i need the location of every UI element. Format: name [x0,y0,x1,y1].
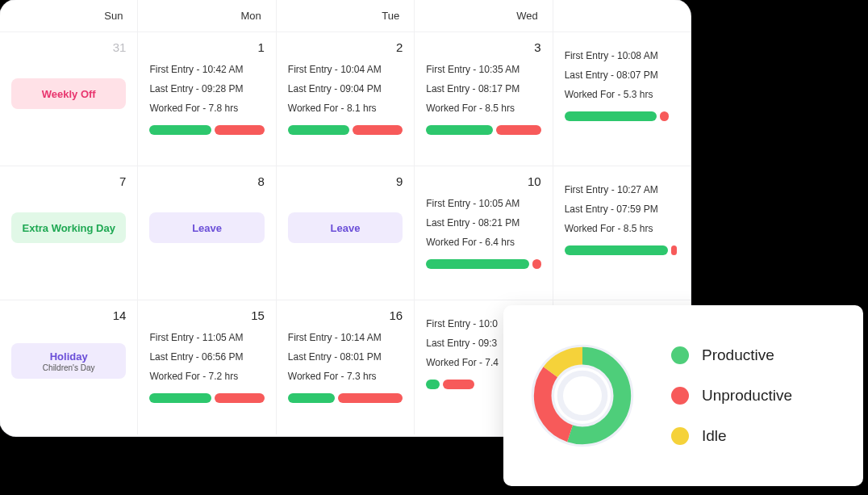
legend-item-productive: Productive [671,346,792,364]
calendar-day-cell[interactable]: First Entry - 10:08 AMLast Entry - 08:07… [553,32,691,166]
calendar-day-cell[interactable]: 7Extra Working Day [0,166,138,300]
worked-for: Worked For - 7.8 hrs [149,103,264,114]
day-badge-weekly-off: Weekly Off [11,78,126,109]
header-cell-Mon: Mon [138,0,276,31]
calendar-day-cell[interactable]: 10First Entry - 10:05 AMLast Entry - 08:… [415,166,553,300]
work-details: First Entry - 10:27 AMLast Entry - 07:59… [565,184,679,234]
legend-item-idle: Idle [671,427,792,445]
day-badge-leave: Leave [288,212,403,243]
calendar-day-cell[interactable]: 8Leave [138,166,276,300]
calendar-day-cell[interactable]: 16First Entry - 10:14 AMLast Entry - 08:… [277,300,415,434]
date-number: 15 [149,308,264,322]
worked-for: Worked For - 8.5 hrs [565,223,679,234]
date-number: 3 [426,40,540,54]
last-entry: Last Entry - 07:59 PM [565,203,679,215]
first-entry: First Entry - 10:35 AM [426,64,540,75]
calendar-day-cell[interactable]: 31Weekly Off [0,32,138,166]
last-entry: Last Entry - 09:04 PM [288,83,403,94]
work-details: First Entry - 10:08 AMLast Entry - 08:07… [565,50,679,100]
work-details: First Entry - 11:05 AMLast Entry - 06:56… [149,332,264,382]
calendar-day-cell[interactable]: 3First Entry - 10:35 AMLast Entry - 08:1… [415,32,553,166]
calendar-week-row: 7Extra Working Day8Leave9Leave10First En… [0,166,691,300]
day-badge-extra: Extra Working Day [11,212,126,243]
productivity-bar [565,111,679,121]
productivity-bar [565,245,679,255]
first-entry: First Entry - 10:14 AM [288,332,403,343]
legend-label: Unproductive [702,387,792,405]
work-details: First Entry - 10:42 AMLast Entry - 09:28… [149,64,264,114]
first-entry: First Entry - 10:05 AM [426,198,540,209]
worked-for: Worked For - 6.4 hrs [426,237,540,248]
calendar-day-cell[interactable]: 14HolidayChildren's Day [0,300,138,434]
date-number: 9 [288,174,403,188]
date-number: 2 [288,40,403,54]
calendar-header-row: SunMonTueWed [0,0,691,32]
productivity-bar [288,393,403,403]
legend-item-unproductive: Unproductive [671,387,792,405]
productivity-bar [426,380,495,389]
last-entry: Last Entry - 06:56 PM [149,351,264,363]
productivity-donut-chart [526,339,639,452]
productivity-legend-card: ProductiveUnproductiveIdle [503,305,863,486]
last-entry: Last Entry - 08:21 PM [426,217,540,229]
legend-dot-icon [671,427,689,445]
calendar-day-cell[interactable]: 2First Entry - 10:04 AMLast Entry - 09:0… [277,32,415,166]
calendar-day-cell[interactable]: First Entry - 10:27 AMLast Entry - 07:59… [553,166,691,300]
legend-dot-icon [671,387,689,405]
date-number: 14 [11,308,126,322]
productivity-bar [149,393,264,403]
calendar-week-row: 31Weekly Off1First Entry - 10:42 AMLast … [0,32,691,166]
first-entry: First Entry - 11:05 AM [149,332,264,343]
legend-list: ProductiveUnproductiveIdle [671,346,792,445]
productivity-bar [426,259,540,269]
date-number: 10 [426,174,540,188]
date-number: 16 [288,308,403,322]
worked-for: Worked For - 7.2 hrs [149,371,264,382]
work-details: First Entry - 10:35 AMLast Entry - 08:17… [426,64,540,114]
first-entry: First Entry - 10:04 AM [288,64,403,75]
date-number: 7 [11,174,126,188]
calendar-day-cell[interactable]: 1First Entry - 10:42 AMLast Entry - 09:2… [138,32,276,166]
calendar-day-cell[interactable]: 9Leave [277,166,415,300]
last-entry: Last Entry - 08:07 PM [565,69,679,81]
date-number: 8 [149,174,264,188]
first-entry: First Entry - 10:27 AM [565,184,679,195]
last-entry: Last Entry - 08:01 PM [288,351,403,363]
productivity-bar [426,125,540,135]
calendar-day-cell[interactable]: 15First Entry - 11:05 AMLast Entry - 06:… [138,300,276,434]
first-entry: First Entry - 10:08 AM [565,50,679,61]
header-cell-Wed: Wed [415,0,553,31]
legend-label: Idle [702,427,727,445]
productivity-bar [288,125,403,135]
legend-label: Productive [702,346,774,364]
first-entry: First Entry - 10:42 AM [149,64,264,75]
date-number: 1 [149,40,264,54]
work-details: First Entry - 10:04 AMLast Entry - 09:04… [288,64,403,114]
worked-for: Worked For - 8.1 hrs [288,103,403,114]
worked-for: Worked For - 5.3 hrs [565,89,679,100]
work-details: First Entry - 10:14 AMLast Entry - 08:01… [288,332,403,382]
date-number: 31 [11,40,126,54]
legend-dot-icon [671,346,689,364]
header-cell-Tue: Tue [277,0,415,31]
day-badge-holiday: HolidayChildren's Day [11,343,126,379]
svg-point-6 [563,376,602,415]
work-details: First Entry - 10:05 AMLast Entry - 08:21… [426,198,540,248]
last-entry: Last Entry - 09:28 PM [149,83,264,94]
header-cell-extra [553,0,691,31]
day-badge-leave: Leave [149,212,264,243]
productivity-bar [149,125,264,135]
header-cell-Sun: Sun [0,0,138,31]
last-entry: Last Entry - 08:17 PM [426,83,540,94]
worked-for: Worked For - 8.5 hrs [426,103,540,114]
worked-for: Worked For - 7.3 hrs [288,371,403,382]
